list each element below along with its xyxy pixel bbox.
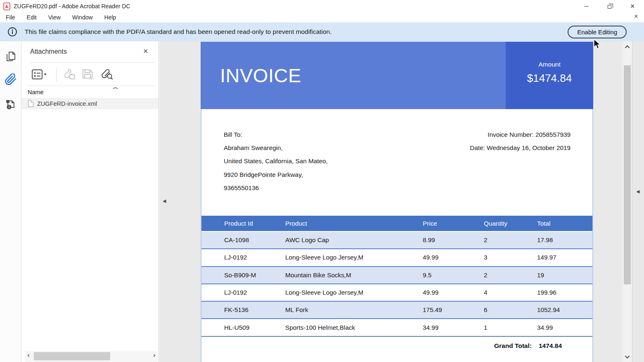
invoice-date: Date: Wednesday 16, October 2019	[470, 141, 571, 155]
bill-to-line: United States, California, San Mateo,	[224, 155, 328, 168]
attachments-panel-header: Attachments ✕	[21, 46, 159, 59]
sort-ascending-icon: ^	[111, 86, 119, 93]
table-cell: Long-Sleeve Logo Jersey,M	[285, 254, 423, 261]
adobe-reader-app-icon	[3, 2, 10, 10]
table-cell: Sports-100 Helmet,Black	[285, 324, 423, 331]
expand-tools-icon[interactable]: ◀	[636, 189, 639, 194]
scrollbar-thumb[interactable]	[624, 65, 631, 284]
scrollbar-thumb[interactable]	[34, 352, 110, 360]
grand-total-value: 1474.84	[539, 342, 562, 350]
column-header: Product Id	[224, 220, 285, 227]
table-cell: 19	[537, 272, 592, 279]
save-attachment-icon	[81, 69, 95, 80]
table-row: LJ-0192Long-Sleeve Logo Jersey,M49.99419…	[201, 284, 592, 302]
toolbar-separator	[56, 67, 57, 81]
invoice-table-rows: CA-1098AWC Logo Cap8.99217.98LJ-0192Long…	[201, 232, 592, 337]
invoice-number: Invoice Number: 2058557939	[470, 128, 571, 141]
table-cell: LJ-0192	[224, 254, 285, 261]
table-cell: 149.97	[537, 254, 592, 261]
table-cell: 9.5	[423, 272, 484, 279]
standards-panel-button[interactable]	[0, 96, 21, 112]
table-row: CA-1098AWC Logo Cap8.99217.98	[201, 232, 592, 249]
table-cell: LJ-0192	[224, 289, 285, 296]
page-thumbnails-icon	[5, 51, 16, 62]
invoice-body: Bill To: Abraham Swearegin, United State…	[201, 109, 593, 362]
table-cell: 49.99	[423, 289, 484, 296]
notification-message: This file claims compliance with the PDF…	[25, 28, 332, 36]
table-cell: 2	[484, 236, 537, 244]
attachments-panel-button[interactable]	[0, 71, 21, 88]
name-column-label: Name	[28, 89, 44, 95]
restore-icon	[608, 5, 611, 9]
table-cell: AWC Logo Cap	[285, 236, 423, 244]
table-cell: Mountain Bike Socks,M	[285, 272, 423, 279]
navigation-rail	[0, 41, 21, 362]
close-icon: ✕	[630, 3, 635, 10]
table-cell: 2	[484, 272, 537, 279]
divider	[30, 62, 155, 63]
title-bar: ZUGFeRD20.pdf - Adobe Acrobat Reader DC …	[0, 0, 644, 12]
menu-file[interactable]: File	[2, 13, 21, 21]
attachments-options-button[interactable]	[31, 69, 47, 80]
restore-button[interactable]	[598, 0, 621, 12]
scroll-right-icon[interactable]: ›	[153, 352, 156, 359]
attachments-name-header[interactable]: Name ^	[21, 86, 159, 98]
menu-help[interactable]: Help	[99, 13, 122, 21]
attachments-toolbar	[31, 66, 118, 83]
invoice-header: INVOICE Amount $1474.84	[201, 42, 593, 109]
scroll-down-icon[interactable]	[623, 352, 632, 361]
minimize-button[interactable]	[575, 0, 598, 12]
menu-view[interactable]: View	[43, 13, 66, 21]
amount-value: $1474.84	[527, 72, 572, 85]
close-button[interactable]: ✕	[621, 0, 644, 12]
grand-total-label: Grand Total:	[494, 342, 532, 350]
scroll-up-icon[interactable]	[623, 43, 632, 51]
info-icon	[7, 27, 17, 37]
table-cell: FK-5136	[224, 306, 285, 314]
search-attachments-button[interactable]	[99, 69, 114, 80]
table-cell: 175.49	[423, 306, 484, 314]
attachment-file-row[interactable]: ZUGFeRD-invoice.xml	[21, 98, 159, 109]
attachments-horizontal-scrollbar[interactable]: ‹ ›	[25, 351, 158, 362]
document-vertical-scrollbar[interactable]	[623, 41, 632, 362]
invoice-table: Product Id Product Price Quantity Total …	[201, 216, 592, 350]
attachments-panel-title: Attachments	[30, 48, 67, 55]
menu-edit[interactable]: Edit	[21, 13, 43, 21]
table-row: FK-5136ML Fork175.4961052.94	[201, 302, 592, 319]
page-thumbnails-button[interactable]	[0, 48, 21, 65]
mouse-cursor	[593, 39, 602, 51]
invoice-amount-box: Amount $1474.84	[506, 42, 593, 109]
enable-editing-button[interactable]: Enable Editing	[568, 26, 627, 38]
bill-to-line: 9920 BridgePointe Parkway,	[224, 168, 328, 181]
options-menu-icon	[31, 69, 47, 80]
column-header: Product	[285, 220, 423, 227]
table-cell: 8.99	[423, 236, 484, 244]
invoice-table-header: Product Id Product Price Quantity Total	[201, 216, 592, 231]
table-cell: CA-1098	[224, 236, 285, 244]
collapse-panel-icon[interactable]: ◀	[163, 198, 166, 204]
column-header: Total	[537, 220, 592, 227]
table-cell: 34.99	[537, 324, 592, 331]
attachments-close-icon[interactable]: ✕	[143, 48, 148, 55]
document-view: ◀ INVOICE Amount $1474.84 Bill To: Abrah…	[159, 41, 623, 362]
attachments-panel: Attachments ✕	[21, 41, 159, 362]
open-attachment-icon	[62, 69, 76, 80]
bar-close-icon[interactable]: ✕	[632, 13, 640, 19]
pdfa-notification-bar: This file claims compliance with the PDF…	[0, 22, 644, 41]
main-region: Attachments ✕	[0, 41, 644, 362]
table-cell: 34.99	[423, 324, 484, 331]
menu-window[interactable]: Window	[66, 13, 99, 21]
table-row: HL-U509Sports-100 Helmet,Black34.99134.9…	[201, 319, 592, 336]
pdf-page: INVOICE Amount $1474.84 Bill To: Abraham…	[201, 42, 593, 362]
invoice-info-section: Bill To: Abraham Swearegin, United State…	[201, 109, 592, 216]
table-cell: 3	[484, 254, 537, 261]
table-cell: ML Fork	[285, 306, 423, 314]
scroll-left-icon[interactable]: ‹	[27, 352, 30, 359]
invoice-meta-block: Invoice Number: 2058557939 Date: Wednesd…	[470, 128, 571, 155]
column-header: Quantity	[484, 220, 537, 227]
search-attachments-icon	[99, 69, 114, 80]
table-cell: HL-U509	[224, 324, 285, 331]
bill-to-block: Bill To: Abraham Swearegin, United State…	[224, 128, 328, 195]
table-cell: 6	[484, 306, 537, 314]
table-cell: So-B909-M	[224, 272, 285, 279]
